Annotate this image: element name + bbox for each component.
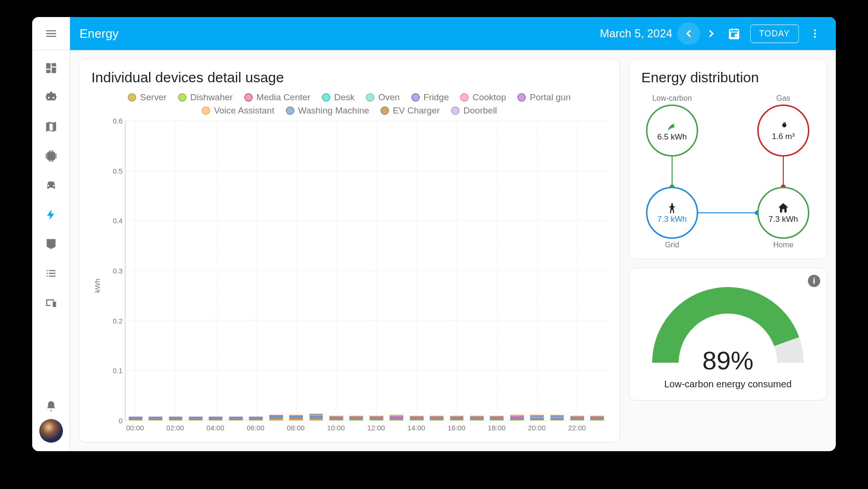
bar-segment xyxy=(169,419,183,420)
x-axis-labels: 00:0002:0004:0006:0008:0010:0012:0014:00… xyxy=(125,421,607,432)
sidebar-item-list[interactable] xyxy=(38,260,64,287)
sidebar-item-chip[interactable] xyxy=(38,143,64,169)
legend-swatch xyxy=(202,106,210,115)
bar-slot[interactable] xyxy=(346,121,366,420)
node-grid[interactable]: 7.3 kWh Grid xyxy=(646,187,698,251)
bolt-icon xyxy=(45,209,57,221)
bar-slot[interactable] xyxy=(266,121,286,420)
calendar-button[interactable] xyxy=(723,22,745,45)
legend-item[interactable]: Portal gun xyxy=(517,92,571,103)
legend-item[interactable]: Voice Assistant xyxy=(202,105,275,116)
more-vert-icon xyxy=(809,28,821,39)
y-tick-label: 0.4 xyxy=(103,217,123,225)
legend-item[interactable]: Media Center xyxy=(244,92,310,103)
sidebar-item-map[interactable] xyxy=(38,114,64,140)
devices-usage-title: Individual devices detail usage xyxy=(91,70,607,86)
bar-segment xyxy=(510,419,524,420)
main: Energy March 5, 2024 TODAY Individual de… xyxy=(70,17,836,451)
legend-swatch xyxy=(460,93,469,102)
lowcarbon-gauge-card: i 89% Low-carbon energy consumed xyxy=(629,268,827,401)
bar-slot[interactable] xyxy=(547,121,567,420)
sidebar-item-car[interactable] xyxy=(38,172,64,199)
bar-slot[interactable] xyxy=(246,121,266,420)
bar-slot[interactable] xyxy=(366,121,386,420)
legend-item[interactable]: Dishwaher xyxy=(178,92,233,103)
legend-item[interactable]: Server xyxy=(128,92,167,103)
bar-slot[interactable] xyxy=(286,121,306,420)
grid-tower-icon xyxy=(665,201,679,215)
bar-segment xyxy=(530,419,544,420)
bar-slot[interactable] xyxy=(447,121,467,420)
bar-segment xyxy=(229,419,243,420)
gauge-label: Low-carbon energy consumed xyxy=(641,379,815,390)
bar-slot[interactable] xyxy=(587,121,607,420)
bar-segment xyxy=(570,419,584,420)
chart-plot[interactable]: 00.10.20.30.40.50.6 xyxy=(125,121,607,421)
info-button[interactable]: i xyxy=(808,275,820,287)
x-tick-label: 20:00 xyxy=(527,424,547,432)
menu-button[interactable] xyxy=(32,17,70,50)
next-day-button[interactable] xyxy=(700,22,723,45)
bar-slot[interactable] xyxy=(467,121,487,420)
avatar[interactable] xyxy=(39,419,63,443)
sidebar-item-energy[interactable] xyxy=(38,201,64,228)
legend-label: Washing Machine xyxy=(298,105,369,116)
bar-segment xyxy=(269,419,283,420)
legend-item[interactable]: EV Charger xyxy=(381,105,440,116)
app-window: Energy March 5, 2024 TODAY Individual de… xyxy=(32,17,836,451)
legend-item[interactable]: Oven xyxy=(366,92,399,103)
distribution-diagram: Low-carbon 6.5 kWh Gas 1.6 m³ xyxy=(641,92,815,248)
sidebar-item-devices[interactable] xyxy=(38,289,64,316)
legend-item[interactable]: Cooktop xyxy=(460,92,506,103)
bar-slot[interactable] xyxy=(226,121,246,420)
svg-point-1 xyxy=(814,29,816,31)
bar-slot[interactable] xyxy=(306,121,326,420)
bar-slot[interactable] xyxy=(326,121,346,420)
svg-rect-0 xyxy=(735,34,737,36)
bell-icon xyxy=(45,400,57,412)
y-axis-label: kWh xyxy=(91,121,101,432)
x-tick-label: 02:00 xyxy=(165,424,185,432)
bar-slot[interactable] xyxy=(487,121,507,420)
more-button[interactable] xyxy=(804,22,826,45)
bar-slot[interactable] xyxy=(186,121,205,420)
y-tick-label: 0.2 xyxy=(103,316,123,324)
bar-slot[interactable] xyxy=(507,121,527,420)
bar-segment xyxy=(349,419,363,420)
x-tick-label: 04:00 xyxy=(205,424,225,432)
content: Individual devices detail usage ServerDi… xyxy=(70,50,836,451)
bar-slot[interactable] xyxy=(407,121,426,420)
bar-slot[interactable] xyxy=(166,121,186,420)
bar-segment xyxy=(430,419,443,420)
sidebar-item-person[interactable] xyxy=(38,231,64,257)
notifications-button[interactable] xyxy=(45,400,57,412)
bar-slot[interactable] xyxy=(145,121,165,420)
sidebar-item-dashboard[interactable] xyxy=(38,55,64,81)
calendar-icon xyxy=(728,27,740,40)
node-gas[interactable]: Gas 1.6 m³ xyxy=(757,92,809,157)
legend-item[interactable]: Washing Machine xyxy=(286,105,369,116)
legend-item[interactable]: Fridge xyxy=(411,92,449,103)
bar-segment xyxy=(129,419,142,420)
bar-slot[interactable] xyxy=(426,121,446,420)
legend-item[interactable]: Doorbell xyxy=(451,105,497,116)
today-button[interactable]: TODAY xyxy=(750,25,799,43)
bar-slot[interactable] xyxy=(527,121,547,420)
x-tick-label: 06:00 xyxy=(246,424,266,432)
bar-slot[interactable] xyxy=(125,121,145,420)
bar-segment xyxy=(189,419,203,420)
legend-item[interactable]: Desk xyxy=(322,92,354,103)
bar-slot[interactable] xyxy=(386,121,406,420)
legend-label: Server xyxy=(140,92,167,103)
node-lowcarbon[interactable]: Low-carbon 6.5 kWh xyxy=(646,92,698,157)
date-display: March 5, 2024 xyxy=(600,27,672,40)
legend-swatch xyxy=(451,106,460,115)
bar-slot[interactable] xyxy=(206,121,226,420)
legend-swatch xyxy=(244,93,253,102)
legend-label: Portal gun xyxy=(530,92,571,103)
prev-day-button[interactable] xyxy=(677,22,700,45)
node-home[interactable]: 7.3 kWh Home xyxy=(757,187,809,251)
leaf-icon xyxy=(665,119,679,132)
bar-slot[interactable] xyxy=(567,121,587,420)
sidebar-item-robot[interactable] xyxy=(38,84,64,111)
